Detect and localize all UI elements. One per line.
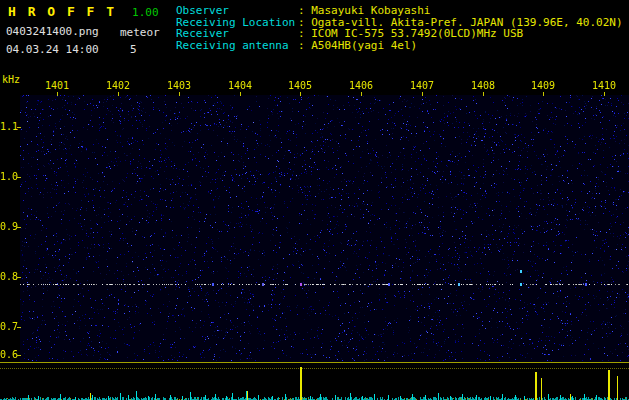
y-tick-label: 1.1 <box>0 121 16 132</box>
y-tick-label: 0.7 <box>0 321 16 332</box>
y-axis-unit-label: kHz <box>2 74 20 85</box>
y-tick-mark <box>17 227 21 228</box>
x-tick-mark <box>422 92 423 96</box>
mode-label: meteor <box>120 26 160 39</box>
spectrogram-region: kHz 140114021403140414051406140714081409… <box>0 70 629 362</box>
header-row: Receiving antenna: A504HB(yagi 4el) <box>176 40 623 52</box>
x-tick-label: 1406 <box>349 80 373 91</box>
x-tick-mark <box>604 92 605 96</box>
y-tick-label: 0.9 <box>0 221 16 232</box>
x-tick-label: 1407 <box>410 80 434 91</box>
header-label: Receiving antenna <box>176 40 298 52</box>
spectrogram-canvas <box>20 95 629 362</box>
header-row: Observer: Masayuki Kobayashi <box>176 5 623 17</box>
y-tick-mark <box>17 327 21 328</box>
header-info: Observer: Masayuki KobayashiReceiving Lo… <box>176 5 623 51</box>
header-label: Observer <box>176 5 298 17</box>
header-value: : ICOM IC-575 53.7492(0LCD)MHz USB <box>298 28 523 40</box>
datetime-label: 04.03.24 14:00 <box>6 43 99 56</box>
header-value: : A504HB(yagi 4el) <box>298 40 417 52</box>
x-tick-mark <box>118 92 119 96</box>
header-row: Receiver: ICOM IC-575 53.7492(0LCD)MHz U… <box>176 28 623 40</box>
x-tick-mark <box>57 92 58 96</box>
y-tick-mark <box>17 277 21 278</box>
hrofft-output: H R O F F T 1.00 0403241400.png meteor 0… <box>0 0 629 400</box>
header-label: Receiver <box>176 28 298 40</box>
x-tick-label: 1401 <box>45 80 69 91</box>
y-tick-label: 1.0 <box>0 171 16 182</box>
output-filename: 0403241400.png <box>6 25 99 38</box>
x-tick-label: 1402 <box>106 80 130 91</box>
x-tick-mark <box>483 92 484 96</box>
y-tick-label: 0.8 <box>0 271 16 282</box>
x-tick-label: 1410 <box>592 80 616 91</box>
app-title-row: H R O F F T 1.00 <box>8 4 159 19</box>
y-tick-mark <box>17 355 21 356</box>
x-tick-mark <box>361 92 362 96</box>
x-tick-label: 1409 <box>531 80 555 91</box>
y-tick-label: 0.6 <box>0 349 16 360</box>
app-version: 1.00 <box>132 6 159 19</box>
header-value: : Masayuki Kobayashi <box>298 5 430 17</box>
signal-level-panel <box>0 362 629 400</box>
app-title: H R O F F T <box>8 4 116 19</box>
x-tick-label: 1408 <box>471 80 495 91</box>
x-tick-label: 1405 <box>288 80 312 91</box>
meteor-count: 5 <box>130 43 137 56</box>
y-tick-mark <box>17 177 21 178</box>
x-tick-mark <box>179 92 180 96</box>
x-tick-label: 1403 <box>167 80 191 91</box>
x-tick-mark <box>300 92 301 96</box>
x-tick-mark <box>543 92 544 96</box>
y-tick-mark <box>17 127 21 128</box>
x-tick-label: 1404 <box>228 80 252 91</box>
x-tick-mark <box>240 92 241 96</box>
